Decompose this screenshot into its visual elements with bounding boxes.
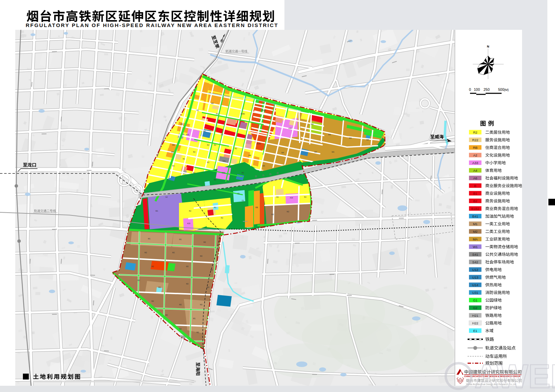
- svg-text:B1B2: B1B2: [257, 143, 261, 145]
- svg-text:R22: R22: [472, 138, 478, 142]
- svg-text:R2: R2: [193, 172, 196, 174]
- svg-text:N: N: [487, 45, 489, 48]
- svg-text:B1: B1: [473, 191, 477, 195]
- svg-text:M2: M2: [165, 314, 168, 316]
- svg-text:B1B2: B1B2: [262, 109, 266, 111]
- svg-text:R2: R2: [204, 130, 206, 132]
- svg-text:A33: A33: [186, 134, 189, 136]
- svg-text:M2: M2: [200, 304, 203, 306]
- svg-text:A2: A2: [473, 153, 477, 157]
- svg-text:B41: B41: [472, 214, 478, 218]
- svg-text:R2: R2: [214, 206, 216, 208]
- svg-text:W1: W1: [155, 210, 158, 212]
- svg-text:R2: R2: [235, 147, 237, 150]
- svg-text:S41: S41: [472, 253, 478, 256]
- svg-text:R2: R2: [214, 179, 216, 181]
- svg-text:R2: R2: [216, 113, 219, 115]
- svg-text:RB: RB: [172, 144, 175, 146]
- svg-text:M2: M2: [152, 300, 154, 302]
- svg-text:250: 250: [484, 87, 490, 92]
- svg-text:U31: U31: [472, 291, 478, 295]
- svg-text:RFGULATORY PLAN OF HIGH-SPEED: RFGULATORY PLAN OF HIGH-SPEED RAILWAY NE…: [26, 22, 279, 28]
- svg-text:M2: M2: [207, 286, 210, 288]
- svg-text:R2: R2: [207, 144, 210, 146]
- svg-text:RB: RB: [473, 146, 477, 150]
- svg-text:100: 100: [474, 87, 480, 92]
- svg-text:0: 0: [469, 87, 471, 92]
- svg-text:R2: R2: [197, 109, 199, 111]
- svg-text:MA: MA: [262, 165, 265, 167]
- svg-text:M2: M2: [179, 328, 182, 330]
- svg-text:RB: RB: [181, 123, 183, 125]
- svg-text:R2: R2: [207, 161, 210, 163]
- svg-text:E1: E1: [473, 329, 477, 333]
- svg-text:M2: M2: [172, 252, 175, 254]
- svg-text:R2: R2: [242, 172, 244, 174]
- svg-text:R2: R2: [473, 130, 477, 134]
- svg-text:B1B2: B1B2: [241, 113, 245, 115]
- svg-text:A33: A33: [289, 127, 292, 129]
- svg-text:R2: R2: [172, 165, 175, 167]
- svg-text:MA: MA: [314, 151, 317, 153]
- svg-text:M2: M2: [152, 265, 154, 267]
- svg-text:R2: R2: [276, 196, 279, 198]
- svg-text:MA: MA: [332, 151, 334, 153]
- svg-text:M2: M2: [200, 255, 203, 257]
- svg-text:G1: G1: [242, 199, 244, 202]
- svg-text:R2: R2: [304, 196, 307, 198]
- svg-text:M2: M2: [138, 279, 140, 281]
- svg-text:MA: MA: [349, 137, 352, 139]
- svg-text:G2: G2: [165, 196, 168, 198]
- svg-text:S41: S41: [223, 160, 226, 162]
- svg-text:M2: M2: [272, 213, 274, 215]
- svg-text:MA: MA: [281, 152, 284, 154]
- svg-text:M1: M1: [159, 286, 161, 288]
- svg-text:M2: M2: [197, 331, 199, 333]
- svg-text:R2: R2: [221, 134, 223, 136]
- svg-text:AWEI: AWEI: [475, 358, 555, 392]
- svg-text:RB: RB: [249, 154, 251, 156]
- svg-text:R2: R2: [189, 210, 191, 212]
- svg-text:M2: M2: [186, 265, 189, 267]
- svg-text:S42: S42: [472, 260, 478, 264]
- svg-text:E1: E1: [238, 193, 240, 195]
- svg-text:RB: RB: [256, 206, 258, 208]
- svg-text:M1: M1: [148, 238, 151, 240]
- svg-text:RB: RB: [171, 151, 174, 153]
- svg-text:500: 500: [498, 87, 504, 92]
- svg-text:R2: R2: [228, 165, 230, 167]
- svg-text:R2: R2: [183, 158, 185, 160]
- svg-text:M2: M2: [287, 211, 289, 213]
- svg-text:M2: M2: [145, 252, 147, 254]
- svg-text:A33: A33: [222, 172, 225, 174]
- svg-text:A33: A33: [472, 161, 478, 165]
- svg-text:B: B: [474, 184, 476, 188]
- svg-text:M1: M1: [193, 317, 196, 319]
- svg-text:B2: B2: [473, 199, 477, 203]
- svg-text:M2: M2: [211, 269, 213, 271]
- svg-text:R2: R2: [214, 144, 216, 146]
- svg-text:MA: MA: [473, 237, 478, 241]
- svg-text:M1: M1: [473, 222, 477, 226]
- svg-text:A6: A6: [473, 176, 477, 180]
- svg-text:W1: W1: [473, 245, 478, 249]
- svg-text:M2: M2: [179, 304, 182, 306]
- svg-text:A33: A33: [290, 197, 293, 199]
- svg-text:M1: M1: [179, 238, 182, 240]
- svg-text:H21: H21: [472, 314, 478, 317]
- svg-text:G2: G2: [473, 306, 478, 310]
- svg-text:G1: G1: [473, 298, 478, 302]
- svg-text:RB: RB: [211, 102, 214, 104]
- svg-text:B1B2: B1B2: [471, 207, 479, 211]
- svg-text:MA: MA: [366, 139, 369, 141]
- svg-text:R2: R2: [221, 217, 223, 219]
- svg-text:A33: A33: [187, 222, 190, 224]
- svg-text:A4: A4: [473, 169, 477, 172]
- svg-text:MA: MA: [328, 134, 331, 136]
- svg-text:R2: R2: [193, 151, 196, 153]
- svg-text:U12: U12: [472, 268, 478, 272]
- svg-text:MA: MA: [311, 123, 314, 125]
- svg-text:U14: U14: [472, 283, 478, 287]
- svg-text:(M): (M): [504, 88, 509, 92]
- svg-text:M2: M2: [186, 283, 189, 285]
